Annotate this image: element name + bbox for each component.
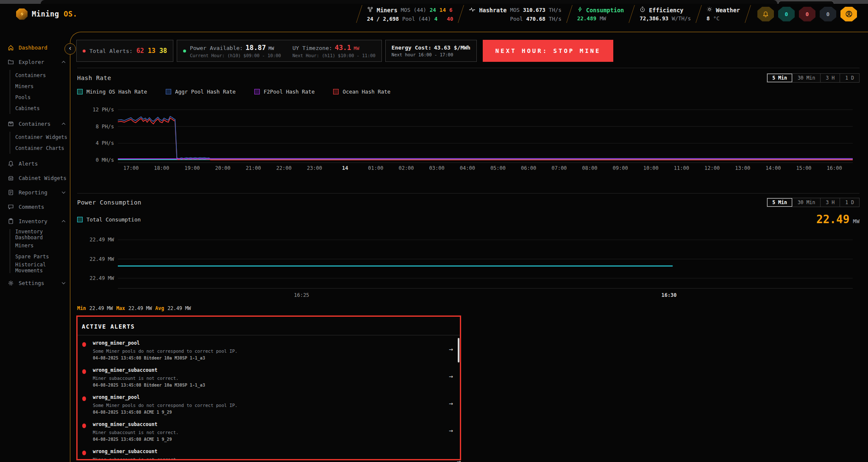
main-content: ‹ Total Alerts: 62 13 38 Power Available… [70, 32, 868, 462]
sidebar-item-container-charts[interactable]: Container Charts [10, 143, 70, 154]
red-counter-badge[interactable]: 0 [799, 7, 815, 22]
alert-list-item[interactable]: wrong_miner_subaccount Miner subaccount … [78, 417, 460, 444]
legend-mining-os-hash-rate[interactable]: Mining OS Hash Rate [77, 89, 147, 95]
sidebar-label-explorer: Explorer [19, 59, 44, 65]
sidebar-item-cabinets[interactable]: Cabinets [10, 103, 70, 114]
alert-list-item[interactable]: wrong_miner_subaccount Miner subaccount … [78, 362, 460, 390]
timeframe-30min-button[interactable]: 30 Min [792, 74, 821, 82]
stop-mine-button[interactable]: NEXT HOUR: STOP MINE [483, 40, 614, 62]
legend-f2pool-hash-rate[interactable]: F2Pool Hash Rate [254, 89, 314, 95]
sidebar-label-cabinet-widgets: Cabinet Widgets [19, 175, 67, 181]
svg-text:07:00: 07:00 [551, 165, 567, 171]
sidebar-item-settings[interactable]: Settings [0, 276, 70, 290]
sidebar-item-inventory[interactable]: Inventory [0, 214, 70, 228]
timezone-value: 43.1 [335, 44, 351, 52]
legend-aggr-pool-hash-rate[interactable]: Aggr Pool Hash Rate [166, 89, 236, 95]
svg-text:16:00: 16:00 [827, 165, 842, 171]
timeframe-5min-button[interactable]: 5 Min [767, 198, 792, 207]
alert-title: wrong_miner_pool [93, 394, 443, 400]
next-hour-text: Next Hour: (h11) $10:00 - 11:00 [292, 53, 376, 58]
home-icon [7, 44, 14, 51]
alert-list-item[interactable]: wrong_miner_pool Some Miner pools do not… [78, 335, 460, 362]
svg-text:04:00: 04:00 [460, 165, 475, 171]
top-header: Mining OS. Miners MOS (44) 24 14 6 [0, 4, 868, 24]
power-consumption-chart: 22.49 MW22.49 MW22.49 MW16:2516:30 [77, 232, 860, 299]
power-legend: Total Consumption [77, 216, 141, 223]
hashrate-pool-unit: TH/s [549, 16, 562, 22]
arrow-right-icon[interactable]: → [449, 426, 453, 434]
timeframe-5min-button[interactable]: 5 Min [767, 74, 792, 82]
alerts-critical-count: 62 [136, 47, 144, 55]
status-infobar: Total Alerts: 62 13 38 Power Available: … [76, 40, 860, 62]
alert-title: wrong_miner_subaccount [93, 421, 443, 427]
sidebar-item-miners[interactable]: Miners [10, 81, 70, 92]
power-stats-row: Min 22.49 MW Max 22.49 MW Avg 22.49 MW [77, 305, 860, 311]
alerts-minor-count: 38 [159, 47, 167, 55]
power-available-value: 18.87 [245, 44, 266, 52]
sidebar-item-pools[interactable]: Pools [10, 92, 70, 103]
sidebar-item-dashboard[interactable]: Dashboard [0, 40, 70, 55]
sidebar-collapse-button[interactable]: ‹ [64, 43, 76, 55]
sidebar-item-inventory-miners[interactable]: Miners [10, 240, 70, 251]
gray-counter-badge[interactable]: 0 [820, 7, 836, 22]
legend-swatch-teal [77, 89, 83, 94]
red-status-dot [83, 50, 86, 53]
legend-label: Mining OS Hash Rate [86, 89, 147, 95]
sidebar-label-containers-group: Containers [19, 121, 50, 127]
sidebar-item-containers[interactable]: Containers [10, 70, 70, 81]
timeframe-30min-button[interactable]: 30 Min [792, 198, 821, 207]
min-value: 22.49 MW [89, 305, 113, 311]
sidebar-item-reporting[interactable]: Reporting [0, 185, 70, 199]
arrow-right-icon[interactable]: → [457, 457, 461, 462]
consumption-label: Consumption [586, 7, 624, 14]
timeframe-3h-button[interactable]: 3 H [820, 198, 840, 207]
timeframe-3h-button[interactable]: 3 H [820, 74, 840, 82]
legend-total-consumption[interactable]: Total Consumption [77, 216, 141, 223]
sidebar-item-inventory-dashboard[interactable]: Inventory Dashboard [10, 229, 70, 240]
sidebar-item-explorer[interactable]: Explorer [0, 55, 70, 69]
legend-swatch-teal [77, 217, 83, 222]
active-alerts-title: ACTIVE ALERTS [78, 317, 460, 335]
timeframe-1d-button[interactable]: 1 D [840, 74, 859, 82]
alert-title: wrong_miner_subaccount [93, 367, 443, 373]
sidebar-item-alerts[interactable]: Alerts [0, 156, 70, 171]
svg-text:17:00: 17:00 [123, 165, 139, 171]
notifications-bell-button[interactable] [757, 7, 774, 22]
arrow-right-icon[interactable]: → [449, 399, 453, 407]
user-avatar-button[interactable] [840, 7, 857, 22]
containers-sublist: Container Widgets Container Charts [10, 132, 70, 154]
svg-text:06:00: 06:00 [521, 165, 536, 171]
chevron-down-icon [62, 190, 65, 194]
teal-count: 0 [785, 11, 788, 17]
inventory-sublist: Inventory Dashboard Miners Spare Parts H… [10, 229, 70, 273]
sidebar-item-historical-movements[interactable]: Historical Movements [10, 262, 70, 273]
svg-text:18:00: 18:00 [154, 165, 169, 171]
chevron-down-icon [62, 281, 65, 284]
gear-icon [7, 280, 14, 286]
svg-text:12 PH/s: 12 PH/s [92, 107, 114, 113]
sidebar-item-containers-group[interactable]: Containers [0, 116, 70, 131]
alert-list-item[interactable]: wrong_miner_subaccount Miner subaccount … [78, 444, 460, 460]
alert-severity-dot [82, 423, 86, 428]
alert-list-item[interactable]: wrong_miner_pool Some Miner pools do not… [78, 390, 460, 417]
sidebar-label-reporting: Reporting [19, 189, 47, 196]
sidebar-item-spare-parts[interactable]: Spare Parts [10, 251, 70, 262]
energy-next-hour-text: Next hour 16:00 - 17:00 [392, 52, 470, 57]
sidebar-item-container-widgets[interactable]: Container Widgets [10, 132, 70, 143]
legend-ocean-hash-rate[interactable]: Ocean Hash Rate [333, 89, 390, 95]
miners-total: 24 / 2,698 [367, 16, 399, 22]
sidebar-item-comments[interactable]: Comments [0, 199, 70, 214]
sidebar-item-cabinet-widgets[interactable]: Cabinet Widgets [0, 171, 70, 185]
alerts-scrollbar[interactable] [458, 338, 459, 362]
hashrate-pool-label: Pool [510, 16, 523, 22]
efficiency-label: Efficiency [649, 7, 683, 14]
arrow-right-icon[interactable]: → [449, 345, 453, 353]
power-available-group: Power Available: 18.87 MW Current Hour: … [190, 44, 281, 58]
alert-description: Miner subaccount is not correct. [93, 457, 443, 460]
timeframe-1d-button[interactable]: 1 D [840, 198, 859, 207]
weather-unit: °C [713, 15, 720, 22]
arrow-right-icon[interactable]: → [449, 372, 453, 380]
teal-counter-badge[interactable]: 0 [778, 7, 795, 22]
miners-label: Miners [377, 7, 398, 14]
app-logo[interactable]: Mining OS. [16, 8, 77, 20]
